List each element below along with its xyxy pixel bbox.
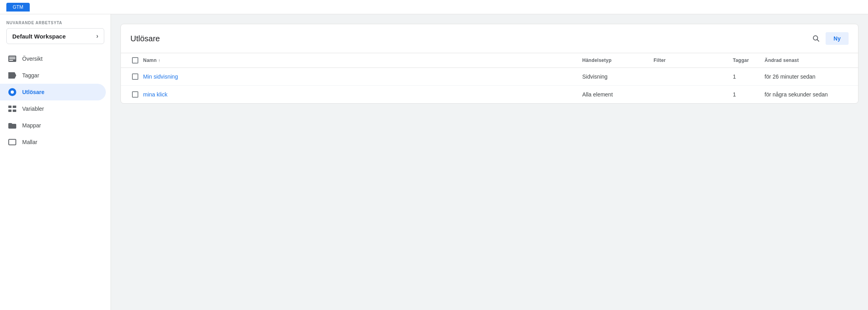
svg-point-6 bbox=[11, 90, 14, 94]
sidebar-item-variabler[interactable]: Variabler bbox=[0, 100, 106, 117]
row-modified-0: för 26 minuter sedan bbox=[765, 73, 852, 80]
header-checkbox[interactable] bbox=[132, 57, 138, 64]
sidebar-item-mallar[interactable]: Mallar bbox=[0, 134, 106, 150]
sidebar-nav: Översikt Taggar Utlösare bbox=[0, 47, 111, 304]
col-header-tags: Taggar bbox=[733, 58, 765, 63]
sidebar-item-oversikt[interactable]: Översikt bbox=[0, 50, 106, 67]
svg-rect-10 bbox=[13, 110, 16, 112]
svg-rect-7 bbox=[8, 106, 11, 108]
svg-rect-1 bbox=[9, 57, 15, 58]
table-row: Min sidvisning Sidvisning 1 för 26 minut… bbox=[121, 68, 858, 86]
workspace-chevron-icon: › bbox=[96, 33, 98, 40]
sidebar-item-taggar[interactable]: Taggar bbox=[0, 67, 106, 84]
sort-arrow-icon: ↑ bbox=[158, 58, 161, 63]
templates-icon bbox=[8, 138, 17, 146]
header-checkbox-wrapper[interactable] bbox=[127, 57, 143, 64]
search-icon bbox=[812, 35, 820, 42]
variables-icon bbox=[8, 104, 17, 113]
row-checkbox-1[interactable] bbox=[132, 91, 138, 98]
col-header-name[interactable]: Namn ↑ bbox=[143, 58, 582, 63]
row-checkbox-wrapper-1[interactable] bbox=[127, 91, 143, 98]
svg-line-13 bbox=[817, 40, 819, 42]
sidebar-item-label-variabler: Variabler bbox=[22, 106, 44, 112]
sidebar-item-label-taggar: Taggar bbox=[22, 72, 39, 79]
header-actions: Ny bbox=[810, 32, 849, 45]
sidebar-item-label-utlosare: Utlösare bbox=[22, 89, 44, 95]
svg-rect-11 bbox=[9, 139, 16, 145]
folders-icon bbox=[8, 121, 17, 130]
workspace-name: Default Workspace bbox=[12, 33, 66, 40]
svg-rect-2 bbox=[9, 58, 15, 59]
top-bar: GTM bbox=[0, 0, 868, 14]
sidebar: Nuvarande arbetsyta Default Workspace › … bbox=[0, 14, 111, 310]
page-title: Utlösare bbox=[130, 34, 160, 43]
row-event-type-1: Alla element bbox=[582, 91, 654, 98]
col-header-filter: Filter bbox=[654, 58, 733, 63]
col-name-label: Namn bbox=[143, 58, 157, 63]
card-header: Utlösare Ny bbox=[121, 24, 858, 53]
sidebar-item-mappar[interactable]: Mappar bbox=[0, 117, 106, 134]
sidebar-item-label-mappar: Mappar bbox=[22, 122, 41, 129]
table-header: Namn ↑ Händelsetyp Filter Taggar Ändrad … bbox=[121, 53, 858, 68]
svg-rect-8 bbox=[13, 106, 16, 108]
content-card: Utlösare Ny Namn bbox=[120, 24, 858, 104]
row-checkbox-wrapper-0[interactable] bbox=[127, 73, 143, 80]
svg-rect-3 bbox=[9, 60, 13, 61]
col-header-event-type: Händelsetyp bbox=[582, 58, 654, 63]
tags-icon bbox=[8, 71, 17, 80]
row-name-1[interactable]: mina klick bbox=[143, 91, 582, 98]
workspace-selector[interactable]: Default Workspace › bbox=[6, 28, 104, 44]
row-checkbox-0[interactable] bbox=[132, 73, 138, 80]
row-tags-0: 1 bbox=[733, 73, 765, 80]
col-header-modified: Ändrad senast bbox=[765, 58, 852, 63]
row-tags-1: 1 bbox=[733, 91, 765, 98]
sidebar-item-label-oversikt: Översikt bbox=[22, 56, 42, 62]
new-button[interactable]: Ny bbox=[826, 32, 849, 45]
main-layout: Nuvarande arbetsyta Default Workspace › … bbox=[0, 14, 868, 310]
row-name-0[interactable]: Min sidvisning bbox=[143, 73, 582, 80]
workspace-label: Nuvarande arbetsyta bbox=[6, 21, 104, 25]
workspace-section: Nuvarande arbetsyta Default Workspace › bbox=[0, 14, 111, 47]
svg-marker-4 bbox=[8, 72, 16, 79]
top-bar-tab[interactable]: GTM bbox=[6, 3, 30, 12]
search-button[interactable] bbox=[810, 32, 822, 45]
svg-rect-9 bbox=[8, 110, 11, 112]
row-modified-1: för några sekunder sedan bbox=[765, 91, 852, 98]
content-area: Utlösare Ny Namn bbox=[111, 14, 868, 310]
overview-icon bbox=[8, 54, 17, 63]
sidebar-item-label-mallar: Mallar bbox=[22, 139, 37, 145]
trigger-icon bbox=[8, 88, 17, 96]
table-row: mina klick Alla element 1 för några seku… bbox=[121, 86, 858, 103]
sidebar-item-utlosare[interactable]: Utlösare bbox=[0, 84, 106, 100]
row-event-type-0: Sidvisning bbox=[582, 73, 654, 80]
